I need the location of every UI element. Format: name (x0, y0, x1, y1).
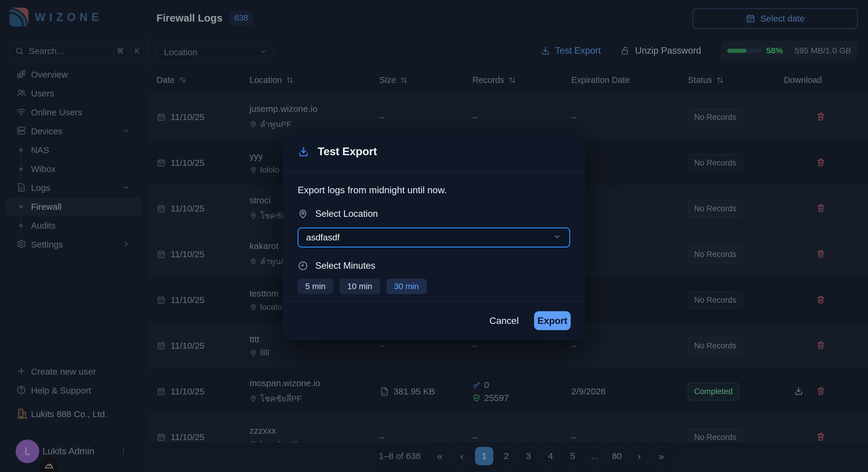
minutes-chip-5[interactable]: 5 min (298, 279, 333, 294)
modal-title: Test Export (318, 145, 377, 158)
modal-description: Export logs from midnight until now. (298, 185, 570, 196)
modal-body: Export logs from midnight until now. Sel… (283, 172, 585, 294)
clock-icon (298, 261, 308, 271)
modal-footer: Cancel Export (283, 301, 585, 340)
select-minutes-label: Select Minutes (298, 261, 570, 271)
select-location-label: Select Location (298, 209, 570, 219)
download-icon (298, 146, 309, 158)
app-root: WIZONE ⌘ K Overview Users Online Users D… (0, 0, 868, 472)
select-location-text: Select Location (315, 209, 378, 219)
minutes-chip-30[interactable]: 30 min (386, 279, 427, 294)
test-export-modal: Test Export Export logs from midnight un… (283, 132, 585, 340)
select-minutes-text: Select Minutes (315, 261, 375, 271)
map-pin-icon (298, 209, 308, 219)
location-select-value: asdfasdf (306, 232, 340, 242)
location-select[interactable]: asdfasdf (298, 228, 570, 247)
modal-header: Test Export (283, 132, 585, 172)
minutes-options: 5 min 10 min 30 min (298, 279, 570, 294)
cancel-button[interactable]: Cancel (489, 315, 519, 326)
chevron-down-icon (553, 232, 562, 243)
minutes-chip-10[interactable]: 10 min (340, 279, 380, 294)
export-button[interactable]: Export (534, 311, 571, 330)
